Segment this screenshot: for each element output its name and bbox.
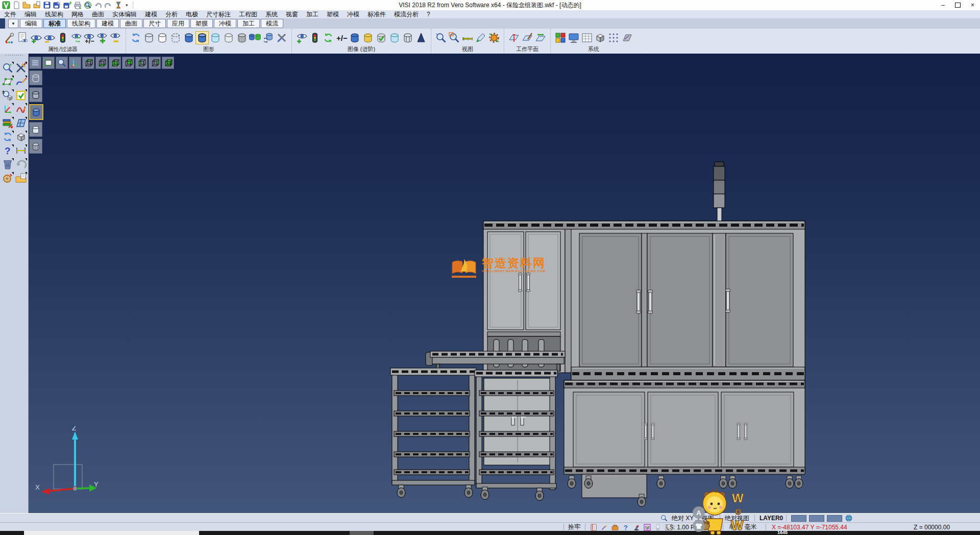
- filter-traffic-light-icon[interactable]: [57, 32, 69, 44]
- menu-die[interactable]: 冲模: [343, 10, 363, 19]
- workplane-create-icon[interactable]: [508, 32, 520, 44]
- filter-hide-eye-icon[interactable]: [43, 32, 56, 44]
- tab-die[interactable]: 冲模: [214, 19, 236, 28]
- taskbar-window-segment[interactable]: [24, 531, 199, 535]
- show-all-icon[interactable]: [96, 32, 109, 44]
- minimize-button[interactable]: –: [936, 0, 950, 10]
- save-all-icon[interactable]: [63, 1, 71, 9]
- tab-flow[interactable]: 模流: [261, 19, 283, 28]
- shaded-edges-cylinder-icon[interactable]: [196, 32, 208, 44]
- edit-delete-icon[interactable]: [15, 62, 27, 74]
- cad-sheet-icon[interactable]: [621, 32, 633, 44]
- menu-mesh[interactable]: 网格: [67, 10, 88, 19]
- status-search[interactable]: [660, 514, 671, 523]
- adv-blue-cylinder-icon[interactable]: [349, 32, 361, 44]
- view-back-button[interactable]: [122, 57, 134, 69]
- shade-soft-button[interactable]: [29, 122, 42, 137]
- shade-wire-button[interactable]: [29, 139, 42, 154]
- log-book-icon[interactable]: [590, 523, 598, 531]
- monitor-icon[interactable]: [568, 32, 580, 44]
- machine-model[interactable]: [28, 54, 980, 513]
- new-file-icon[interactable]: [12, 1, 20, 9]
- system-cube-icon[interactable]: [594, 32, 606, 44]
- compare-cylinder-icon[interactable]: [249, 32, 261, 44]
- tab-modeling[interactable]: 建模: [96, 19, 119, 28]
- convert-icon[interactable]: [114, 1, 122, 9]
- menu-wireframe[interactable]: 线架构: [41, 10, 67, 19]
- menu-analysis[interactable]: 分析: [161, 10, 182, 19]
- flat-cylinder-icon[interactable]: [223, 32, 235, 44]
- view-gear-icon[interactable]: [488, 32, 500, 44]
- help-icon[interactable]: ?: [2, 144, 14, 157]
- qat-dropdown[interactable]: ▾: [125, 3, 129, 8]
- menu-system[interactable]: 系统: [261, 10, 282, 19]
- solid-cube-icon[interactable]: [15, 131, 27, 143]
- swatch-1[interactable]: [791, 515, 806, 522]
- zoom-extents-icon[interactable]: [435, 32, 447, 44]
- magic-wand-icon[interactable]: [600, 523, 608, 531]
- view-bottom-button[interactable]: [95, 57, 108, 69]
- menu-help[interactable]: ?: [423, 11, 434, 18]
- save-as-icon[interactable]: [53, 1, 61, 9]
- adv-cyan-cylinder-icon[interactable]: [388, 32, 401, 44]
- menu-file[interactable]: 文件: [0, 10, 20, 19]
- undo-icon[interactable]: [94, 1, 102, 9]
- graphics-settings-icon[interactable]: [276, 32, 288, 44]
- dashed-cylinder-icon[interactable]: [169, 32, 182, 44]
- menu-window[interactable]: 视窗: [282, 10, 302, 19]
- globe-icon[interactable]: [845, 514, 853, 522]
- adv-shadow-cone-icon[interactable]: [415, 32, 427, 44]
- navigator-wheel-icon[interactable]: [2, 172, 14, 184]
- open-file-icon[interactable]: [22, 1, 31, 9]
- viewport-canvas[interactable]: Z X Y 智造资料网 INTELLIGENT MANUFACTURING.CO…: [28, 54, 980, 513]
- view-iso-button[interactable]: [162, 57, 174, 69]
- plane-select-icon[interactable]: [2, 76, 14, 88]
- tab-wireframe[interactable]: 线架构: [67, 19, 95, 28]
- curve-edit-icon[interactable]: [15, 103, 27, 115]
- adv-refresh-icon[interactable]: [322, 32, 334, 44]
- measure-ruler-icon[interactable]: [461, 32, 474, 44]
- menu-edit[interactable]: 编辑: [20, 10, 41, 19]
- adv-yellow-cylinder-icon[interactable]: [362, 32, 374, 44]
- close-button[interactable]: ×: [965, 0, 980, 10]
- window-grid-icon[interactable]: [15, 117, 27, 129]
- print-preview-icon[interactable]: [84, 1, 92, 9]
- sketch-edit-icon[interactable]: [15, 76, 27, 88]
- attributes-doc-icon[interactable]: [17, 32, 29, 44]
- confirm-check-icon[interactable]: [15, 89, 27, 102]
- adv-check-cylinder-icon[interactable]: [375, 32, 387, 44]
- filter-plusminus-eye-icon[interactable]: +/−: [83, 32, 95, 44]
- refresh-cylinder-icon[interactable]: [262, 32, 275, 44]
- axes-view-button[interactable]: [69, 57, 81, 69]
- hide-all-icon[interactable]: [110, 32, 122, 44]
- redraw-icon[interactable]: [130, 32, 142, 44]
- menu-standard-parts[interactable]: 标准件: [363, 10, 390, 19]
- undo-arrow-icon[interactable]: [15, 158, 27, 171]
- transparent-cylinder-icon[interactable]: [209, 32, 222, 44]
- zoom-select-icon[interactable]: [2, 62, 14, 74]
- tab-dropdown-button[interactable]: ▼: [8, 19, 18, 28]
- menu-solid-edit[interactable]: 实体编辑: [108, 10, 141, 19]
- attributes-books-icon[interactable]: [2, 117, 14, 129]
- adv-plusminus-icon[interactable]: +/−: [335, 32, 348, 44]
- redo-icon[interactable]: [104, 1, 112, 9]
- color-palette-icon[interactable]: [554, 32, 567, 44]
- menu-machining[interactable]: 加工: [302, 10, 323, 19]
- plow-icon[interactable]: [632, 523, 641, 531]
- open-doc-icon[interactable]: [15, 172, 27, 184]
- layer-indicator[interactable]: LAYER0: [760, 514, 783, 523]
- adv-wire-cylinder-icon[interactable]: [402, 32, 414, 44]
- menu-mold[interactable]: 塑模: [323, 10, 343, 19]
- save-icon[interactable]: [43, 1, 51, 9]
- dimension-icon[interactable]: [15, 144, 27, 157]
- delete-trash-icon[interactable]: [2, 158, 14, 171]
- shade-hidden-button[interactable]: [29, 70, 42, 85]
- snap-grid-icon[interactable]: [607, 32, 620, 44]
- menu-drawing[interactable]: 工程图: [235, 10, 261, 19]
- filter-refresh-eye-icon[interactable]: [70, 32, 82, 44]
- hidden-line-cylinder-icon[interactable]: [156, 32, 168, 44]
- tab-edit[interactable]: 编辑: [20, 19, 42, 28]
- view-pencil-icon[interactable]: [475, 32, 487, 44]
- attributes-brush-icon[interactable]: [4, 32, 16, 44]
- panel-grip[interactable]: [5, 55, 23, 59]
